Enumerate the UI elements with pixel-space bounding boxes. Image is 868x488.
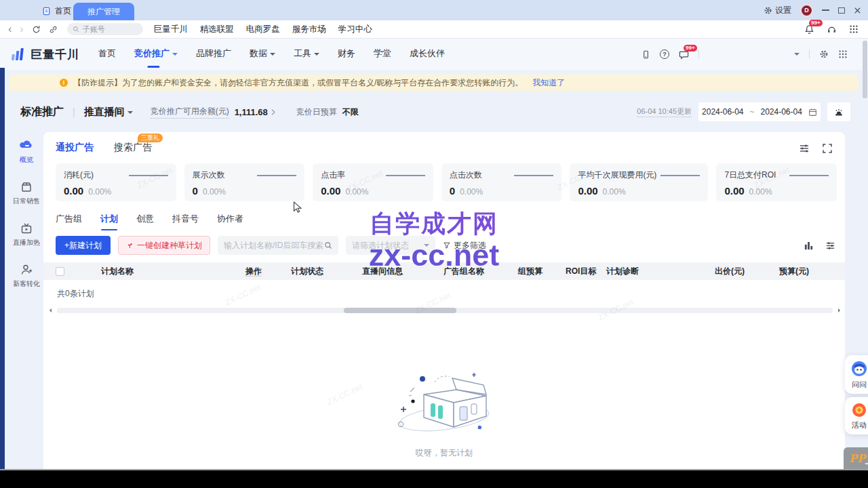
table-column-header[interactable]: 计划状态 xyxy=(291,266,362,277)
acknowledge-link[interactable]: 我知道了 xyxy=(532,77,565,89)
status-filter-select[interactable]: 请筛选计划状态 xyxy=(346,236,435,255)
close-icon[interactable] xyxy=(854,7,861,14)
entity-tab[interactable]: 抖音号 xyxy=(172,213,199,230)
ad-type-tab[interactable]: 通投广告 xyxy=(56,142,94,154)
nav-item[interactable]: 工具 xyxy=(294,47,319,61)
calendar-icon xyxy=(808,108,817,117)
stat-card[interactable]: 展示次数 0 0.00% xyxy=(184,163,305,201)
headset-icon[interactable] xyxy=(827,24,837,35)
browser-search[interactable] xyxy=(67,23,143,35)
avatar[interactable]: D xyxy=(800,4,813,17)
stat-card[interactable]: 点击次数 0 0.00% xyxy=(441,163,562,201)
mobile-app-icon[interactable] xyxy=(642,49,650,60)
screen-recorder-badge[interactable]: PP xyxy=(844,447,868,469)
nav-item[interactable]: 财务 xyxy=(338,47,355,61)
stat-card[interactable]: 消耗(元) 0.00 0.00% xyxy=(56,163,176,201)
account-chevron-icon[interactable] xyxy=(794,53,800,58)
plan-search[interactable] xyxy=(218,236,338,255)
table-column-header[interactable]: 组预算 xyxy=(518,266,566,277)
table-filter-icon[interactable] xyxy=(825,241,835,251)
nav-item[interactable]: 品牌推广 xyxy=(196,47,231,61)
daily-budget-value[interactable]: 不限 xyxy=(342,106,359,118)
nav-item[interactable]: 成长伙伴 xyxy=(410,47,445,61)
message-badge: 99+ xyxy=(684,45,697,52)
page-title: 标准推广 xyxy=(20,105,64,119)
table-column-header[interactable]: 预算(元) xyxy=(779,266,837,277)
main-menu: 首页 竞价推广 品牌推广 数据 工具 财务 学堂 成长伙伴 xyxy=(98,47,445,61)
nav-apps-grid-icon[interactable] xyxy=(838,49,848,59)
forward-icon[interactable]: › xyxy=(20,24,23,35)
stat-percent: 0.00% xyxy=(203,187,226,197)
link-icon[interactable] xyxy=(49,25,58,34)
assistant-widget[interactable]: 问问 xyxy=(845,355,868,394)
nav-item[interactable]: 数据 xyxy=(250,47,275,61)
date-range-picker[interactable]: 2024-06-04 ~ 2024-06-04 xyxy=(698,102,821,121)
app-tab-home[interactable]: 首页 xyxy=(42,4,71,18)
quick-link[interactable]: 服务市场 xyxy=(292,24,326,35)
minimize-icon[interactable] xyxy=(822,9,829,11)
nav-gear-icon[interactable] xyxy=(819,49,829,59)
table-column-header[interactable]: 计划诊断 xyxy=(606,266,715,277)
nav-item[interactable]: 学堂 xyxy=(374,47,391,61)
refresh-icon[interactable] xyxy=(32,25,41,34)
back-icon[interactable]: ‹ xyxy=(8,24,12,35)
apps-grid-icon[interactable] xyxy=(849,24,859,34)
sparkline xyxy=(257,175,296,176)
entity-tab[interactable]: 协作者 xyxy=(217,213,243,230)
sidebar-item-live-heating[interactable]: 直播加热 xyxy=(13,222,40,247)
metric-settings-icon[interactable] xyxy=(799,143,810,154)
scrollbar-thumb[interactable] xyxy=(344,308,456,313)
browser-search-input[interactable] xyxy=(83,25,130,33)
nav-item[interactable]: 首页 xyxy=(98,47,116,61)
overview-icon xyxy=(19,138,34,152)
table-column-header[interactable]: 出价(元) xyxy=(715,266,779,277)
table-column-header[interactable]: 广告组名称 xyxy=(443,266,518,277)
quick-link[interactable]: 学习中心 xyxy=(338,24,372,35)
message-icon[interactable]: 99+ xyxy=(679,49,689,60)
app-tab-promotion[interactable]: 推广管理 xyxy=(73,3,134,20)
column-settings-icon[interactable] xyxy=(804,241,814,251)
scroll-right-icon[interactable] xyxy=(838,308,842,312)
horizontal-scrollbar[interactable] xyxy=(57,308,833,313)
stat-value: 0.00 xyxy=(724,185,744,197)
scene-selector[interactable]: 推直播间 xyxy=(84,106,133,119)
quick-link[interactable]: 巨量千川 xyxy=(154,24,188,35)
balance-chevron-icon[interactable] xyxy=(271,108,276,116)
plan-search-input[interactable] xyxy=(224,241,324,250)
table-column-header[interactable]: ROI目标 xyxy=(566,266,606,277)
logo[interactable]: 巨量千川 xyxy=(11,47,79,62)
scroll-left-icon[interactable] xyxy=(47,308,52,312)
stat-card[interactable]: 7日总支付ROI 0.00 0.00% xyxy=(716,163,837,201)
search-icon[interactable] xyxy=(324,241,332,249)
select-all-checkbox[interactable] xyxy=(56,267,64,276)
table-column-header[interactable]: 操作 xyxy=(216,266,291,277)
stat-card[interactable]: 点击率 0.00 0.00% xyxy=(313,163,433,201)
seed-plan-button[interactable]: 一键创建种草计划 xyxy=(118,236,210,255)
vertical-scrollbar-thumb[interactable] xyxy=(863,41,867,98)
help-icon[interactable]: ? xyxy=(660,49,669,59)
entity-tabs: 广告组计划创意抖音号协作者 xyxy=(56,213,845,230)
daily-budget-label: 竞价日预算 xyxy=(296,106,337,118)
fullscreen-icon[interactable] xyxy=(822,143,833,154)
stat-percent: 0.00% xyxy=(345,187,368,197)
table-column-header[interactable]: 直播间信息 xyxy=(362,266,443,277)
sidebar-item-daily-sales[interactable]: 日常销售 xyxy=(13,180,40,206)
bell-icon[interactable]: 99+ xyxy=(804,24,814,35)
maximize-icon[interactable] xyxy=(838,7,845,14)
activity-widget[interactable]: 活动 xyxy=(845,397,868,434)
entity-tab[interactable]: 广告组 xyxy=(56,213,82,230)
table-column-header[interactable]: 计划名称 xyxy=(101,266,216,277)
sidebar-item-new-customer[interactable]: 新客转化 xyxy=(13,263,40,289)
ad-type-tab[interactable]: 搜索广告三重礼 xyxy=(114,142,152,154)
nav-item[interactable]: 竞价推广 xyxy=(134,47,178,61)
quick-link[interactable]: 电商罗盘 xyxy=(246,24,280,35)
alert-bell-button[interactable] xyxy=(827,102,850,121)
more-filters-button[interactable]: 更多筛选 xyxy=(443,240,486,251)
entity-tab[interactable]: 创意 xyxy=(136,213,154,230)
sidebar-item-overview[interactable]: 概览 xyxy=(19,138,34,165)
stat-card[interactable]: 平均千次展现费用(元) 0.00 0.00% xyxy=(570,163,708,201)
settings-button[interactable]: 设置 xyxy=(764,5,791,16)
new-plan-button[interactable]: +新建计划 xyxy=(56,236,111,255)
quick-link[interactable]: 精选联盟 xyxy=(200,24,234,35)
entity-tab[interactable]: 计划 xyxy=(100,213,118,230)
